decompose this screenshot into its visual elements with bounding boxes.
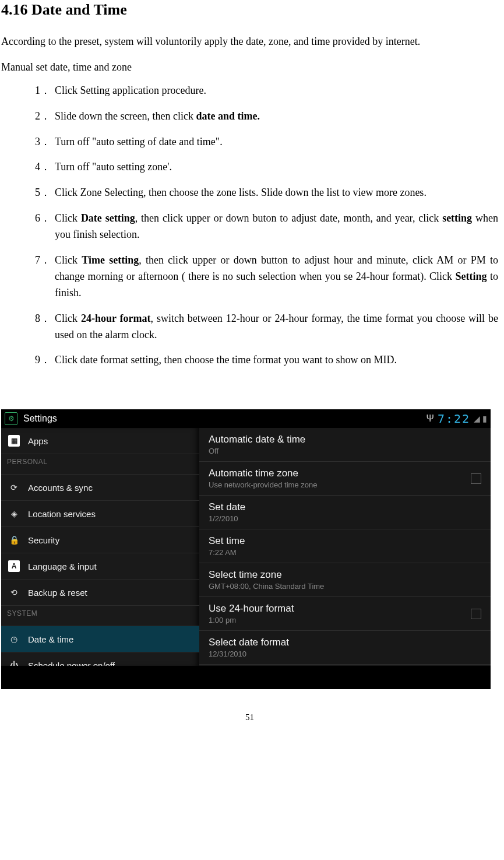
subheading: Manual set date, time and zone (1, 59, 498, 76)
signal-icons: ◢ ▮ (474, 414, 487, 423)
step-5: 5．Click Zone Selecting, then choose the … (1, 185, 498, 201)
steps-list: 1．Click Setting application procedure. 2… (1, 83, 498, 369)
use-24h-checkbox[interactable] (471, 609, 481, 619)
row-auto-date-time[interactable]: Automatic date & time Off (199, 428, 491, 462)
nav-security[interactable]: 🔒 Security (1, 527, 199, 553)
step-9: 9．Click date format setting, then choose… (1, 352, 498, 368)
step-6: 6．Click Date setting, then click upper o… (1, 210, 498, 243)
apps-icon: ▦ (8, 435, 20, 447)
lock-icon: 🔒 (8, 534, 20, 546)
nav-date-time[interactable]: ◷ Date & time (1, 626, 199, 652)
nav-accounts-sync[interactable]: ⟳ Accounts & sync (1, 475, 199, 501)
auto-time-zone-checkbox[interactable] (471, 473, 481, 484)
clock-icon: ◷ (8, 633, 20, 645)
nav-header-system: SYSTEM (1, 606, 199, 626)
nav-backup-reset[interactable]: ⟲ Backup & reset (1, 580, 199, 606)
nav-apps[interactable]: ▦ Apps (1, 428, 199, 454)
row-select-date-format[interactable]: Select date format 12/31/2010 (199, 631, 491, 665)
location-icon: ◈ (8, 508, 20, 519)
language-icon: A (8, 560, 20, 572)
sync-icon: ⟳ (8, 482, 20, 493)
row-select-time-zone[interactable]: Select time zone GMT+08:00, China Standa… (199, 563, 491, 597)
row-auto-time-zone[interactable]: Automatic time zone Use network-provided… (199, 462, 491, 496)
status-bar: ⚙ Settings Ψ 7:22 ◢ ▮ (1, 409, 491, 428)
section-heading: 4.16 Date and Time (1, 1, 498, 19)
nav-language-input[interactable]: A Language & input (1, 553, 199, 580)
step-7: 7．Click Time setting, then click upper o… (1, 252, 498, 301)
step-2: 2．Slide down the screen, then click date… (1, 108, 498, 125)
embedded-screenshot: ⚙ Settings Ψ 7:22 ◢ ▮ ▦ Apps PERSONAL ⟳ … (1, 409, 491, 689)
step-1: 1．Click Setting application procedure. (1, 83, 498, 99)
nav-header-personal: PERSONAL (1, 454, 199, 475)
status-clock: 7:22 (438, 412, 470, 426)
statusbar-title: Settings (23, 413, 57, 424)
row-use-24h-format[interactable]: Use 24-hour format 1:00 pm (199, 597, 491, 631)
settings-nav-pane: ▦ Apps PERSONAL ⟳ Accounts & sync ◈ Loca… (1, 428, 199, 666)
step-4: 4．Turn off "auto setting zone'. (1, 159, 498, 175)
row-set-date[interactable]: Set date 1/2/2010 (199, 496, 491, 529)
usb-icon: Ψ (427, 413, 434, 424)
android-nav-bar (1, 666, 491, 689)
nav-schedule-power[interactable]: ⏻ Schedule power on/off (1, 652, 199, 666)
row-set-time[interactable]: Set time 7:22 AM (199, 529, 491, 563)
power-icon: ⏻ (8, 659, 20, 666)
step-8: 8．Click 24-hour format, switch between 1… (1, 311, 498, 343)
nav-location-services[interactable]: ◈ Location services (1, 501, 199, 527)
step-3: 3．Turn off "auto setting of date and tim… (1, 134, 498, 150)
intro-paragraph: According to the preset, system will vol… (1, 34, 498, 50)
backup-icon: ⟲ (8, 587, 20, 598)
settings-detail-pane: Automatic date & time Off Automatic time… (199, 428, 491, 666)
settings-app-icon: ⚙ (5, 412, 17, 425)
page-number: 51 (1, 712, 498, 722)
